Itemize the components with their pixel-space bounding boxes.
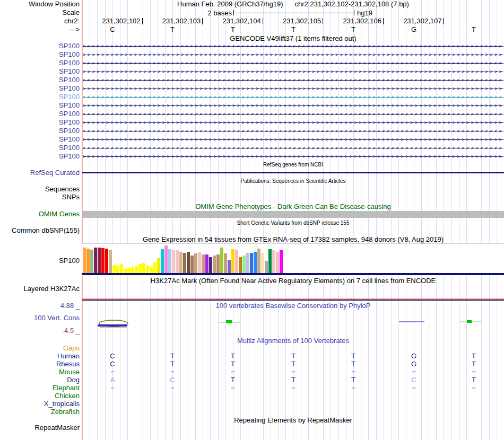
gtex-tissue-bar[interactable] [246, 253, 249, 273]
omim-gene-bar[interactable] [82, 211, 504, 218]
gtex-tissue-bar[interactable] [220, 248, 223, 273]
track-label-omim-genes[interactable]: OMIM Genes [0, 210, 80, 218]
gtex-tissue-bar[interactable] [276, 252, 279, 273]
track-label-sp100[interactable]: SP100 [0, 102, 80, 109]
sp100-transcript-arrows[interactable]: >>>>>>>>>>>>>>>>>>>>>>>>>>>>>>>>>>>>>>>>… [83, 85, 503, 93]
track-label-sp100[interactable]: SP100 [0, 51, 80, 58]
gtex-tissue-bar[interactable] [265, 261, 268, 273]
refseq-track-title[interactable]: RefSeq genes from NCBI [82, 162, 504, 168]
track-label-species-gaps[interactable]: Gaps [0, 345, 80, 352]
phylop-track-title[interactable]: 100 vertebrates Basewise Conservation by… [82, 302, 504, 310]
track-label-sp100[interactable]: SP100 [0, 153, 80, 160]
gtex-tissue-bar[interactable] [164, 245, 168, 273]
sp100-transcript-arrows[interactable]: >>>>>>>>>>>>>>>>>>>>>>>>>>>>>>>>>>>>>>>>… [83, 153, 503, 161]
sp100-transcript-arrows[interactable]: >>>>>>>>>>>>>>>>>>>>>>>>>>>>>>>>>>>>>>>>… [83, 93, 503, 102]
sp100-transcript-arrows[interactable]: >>>>>>>>>>>>>>>>>>>>>>>>>>>>>>>>>>>>>>>>… [83, 144, 503, 153]
gencode-track-title[interactable]: GENCODE V49lift37 (1 items filtered out) [82, 35, 504, 42]
track-label-sp100[interactable]: SP100 [0, 42, 80, 50]
track-label-sp100[interactable]: SP100 [0, 136, 80, 143]
dbsnp-track-title[interactable]: Short Genetic Variants from dbSNP releas… [82, 220, 504, 226]
gtex-tissue-bar[interactable] [190, 256, 194, 273]
sp100-transcript-arrows[interactable]: >>>>>>>>>>>>>>>>>>>>>>>>>>>>>>>>>>>>>>>>… [83, 110, 503, 119]
track-label-gtex-sp100[interactable]: SP100 [0, 257, 80, 265]
sp100-transcript-arrows[interactable]: >>>>>>>>>>>>>>>>>>>>>>>>>>>>>>>>>>>>>>>>… [83, 127, 503, 136]
publications-track-title[interactable]: Publications: Sequences in Scientific Ar… [82, 178, 504, 184]
track-label-sp100[interactable]: SP100 [0, 93, 80, 101]
gtex-tissue-bar[interactable] [194, 253, 197, 273]
gtex-tissue-bar[interactable] [268, 249, 272, 273]
gtex-tissue-bar[interactable] [228, 260, 231, 273]
gtex-tissue-bar[interactable] [183, 253, 186, 273]
gtex-tissue-bar[interactable] [86, 249, 90, 273]
sp100-transcript-arrows[interactable]: >>>>>>>>>>>>>>>>>>>>>>>>>>>>>>>>>>>>>>>>… [83, 102, 503, 110]
gtex-tissue-bar[interactable] [202, 254, 205, 273]
gtex-tissue-bar[interactable] [112, 265, 116, 273]
gtex-tissue-bar[interactable] [216, 254, 220, 273]
track-label-repeatmasker[interactable]: RepeatMasker [0, 424, 80, 432]
track-label-sp100[interactable]: SP100 [0, 144, 80, 152]
refseq-gene-line[interactable] [82, 172, 504, 173]
track-label-species-x_tropicalis[interactable]: X_tropicalis [0, 400, 80, 408]
multiz-track-title[interactable]: Multiz Alignments of 100 Vertebrates [82, 337, 504, 345]
gtex-tissue-bar[interactable] [161, 249, 164, 273]
gtex-tissue-bar[interactable] [254, 252, 257, 273]
gtex-tissue-bar[interactable] [135, 266, 138, 273]
gtex-tissue-bar[interactable] [131, 267, 134, 273]
track-label-sp100[interactable]: SP100 [0, 119, 80, 126]
sp100-transcript-arrows[interactable]: >>>>>>>>>>>>>>>>>>>>>>>>>>>>>>>>>>>>>>>>… [83, 42, 503, 51]
gtex-tissue-bar[interactable] [94, 248, 97, 273]
gtex-tissue-bar[interactable] [280, 250, 283, 273]
gtex-tissue-bar[interactable] [231, 249, 234, 273]
repeatmasker-track-title[interactable]: Repeating Elements by RepeatMasker [82, 417, 504, 424]
gtex-tissue-bar[interactable] [250, 253, 253, 273]
gtex-tissue-bar[interactable] [235, 250, 238, 273]
track-label-common-dbsnp[interactable]: Common dbSNP(155) [0, 227, 80, 234]
gtex-tissue-bar[interactable] [150, 267, 153, 273]
sp100-transcript-arrows[interactable]: >>>>>>>>>>>>>>>>>>>>>>>>>>>>>>>>>>>>>>>>… [83, 136, 503, 144]
gtex-tissue-bar[interactable] [98, 248, 101, 273]
track-label-species-chicken[interactable]: Chicken [0, 392, 80, 400]
track-label-refseq-curated[interactable]: RefSeq Curated [0, 169, 80, 177]
gtex-tissue-bar[interactable] [179, 252, 183, 273]
track-label-species-zebrafish[interactable]: Zebrafish [0, 408, 80, 416]
gtex-tissue-bar[interactable] [157, 258, 160, 273]
gtex-tissue-bar[interactable] [261, 253, 264, 273]
track-label-sp100[interactable]: SP100 [0, 76, 80, 84]
gtex-tissue-bar[interactable] [209, 257, 212, 273]
sp100-transcript-arrows[interactable]: >>>>>>>>>>>>>>>>>>>>>>>>>>>>>>>>>>>>>>>>… [83, 119, 503, 127]
track-label-sp100[interactable]: SP100 [0, 59, 80, 67]
gtex-tissue-bar[interactable] [90, 250, 93, 273]
track-label-sp100[interactable]: SP100 [0, 85, 80, 92]
track-label-species-mouse[interactable]: Mouse [0, 368, 80, 376]
gtex-tissue-bar[interactable] [176, 250, 179, 273]
gtex-tissue-bar[interactable] [168, 249, 171, 273]
gtex-tissue-bar[interactable] [138, 264, 142, 273]
track-label-species-rhesus[interactable]: Rhesus [0, 360, 80, 368]
gtex-tissue-bar[interactable] [109, 250, 112, 273]
gtex-tissue-bar[interactable] [213, 256, 216, 273]
gtex-tissue-bar[interactable] [242, 256, 246, 273]
gtex-tissue-bar[interactable] [101, 248, 105, 273]
track-label-species-human[interactable]: Human [0, 353, 80, 360]
gtex-tissue-bar[interactable] [172, 250, 175, 273]
sp100-transcript-arrows[interactable]: >>>>>>>>>>>>>>>>>>>>>>>>>>>>>>>>>>>>>>>>… [83, 59, 503, 68]
gtex-tissue-bar[interactable] [120, 264, 123, 273]
gtex-tissue-bar[interactable] [153, 262, 157, 273]
gtex-tissue-bar[interactable] [146, 266, 149, 273]
gtex-tissue-bar[interactable] [272, 250, 275, 273]
omim-track-title[interactable]: OMIM Gene Phenotypes - Dark Green Can Be… [82, 203, 504, 210]
gtex-tissue-bar[interactable] [224, 253, 227, 273]
track-label-100-vert-cons[interactable]: 100 Vert. Cons [0, 314, 80, 322]
h3k27ac-track-title[interactable]: H3K27Ac Mark (Often Found Near Active Re… [82, 277, 504, 285]
gtex-tissue-bar[interactable] [105, 249, 108, 273]
sp100-transcript-arrows[interactable]: >>>>>>>>>>>>>>>>>>>>>>>>>>>>>>>>>>>>>>>>… [83, 51, 503, 59]
gtex-tissue-bar[interactable] [205, 254, 208, 273]
track-label-h3k27ac[interactable]: Layered H3K27Ac [0, 285, 80, 293]
track-label-species-dog[interactable]: Dog [0, 376, 80, 384]
track-label-sp100[interactable]: SP100 [0, 68, 80, 75]
gtex-tissue-bar[interactable] [198, 252, 201, 273]
gtex-tissue-bar[interactable] [187, 252, 190, 273]
track-label-sp100[interactable]: SP100 [0, 127, 80, 135]
gtex-tissue-bar[interactable] [127, 268, 131, 273]
gtex-tissue-bar[interactable] [83, 248, 86, 273]
